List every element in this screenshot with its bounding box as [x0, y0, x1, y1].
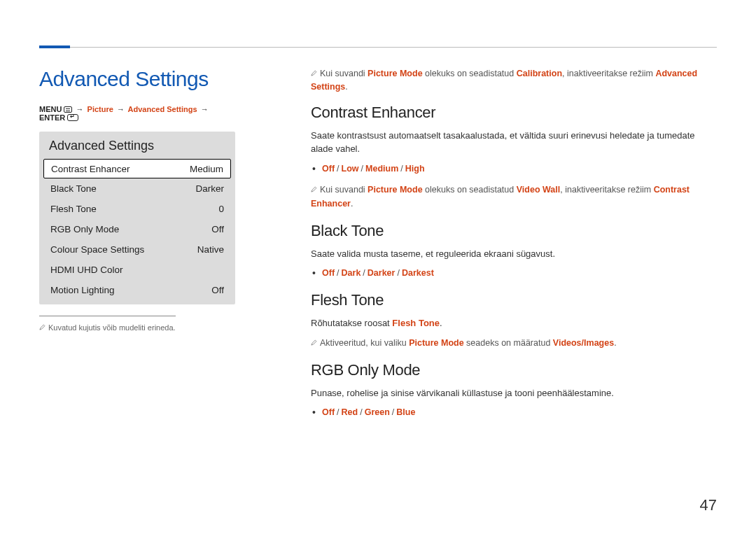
options-list: Off/Dark/Darker/Darkest: [311, 266, 717, 280]
row-label: Contrast Enhancer: [51, 164, 130, 174]
section-desc: Saate kontrastsust automaatselt tasakaal…: [311, 129, 717, 156]
options: Off/Low/Medium/High: [311, 162, 717, 176]
panel-row-flesh-tone[interactable]: Flesh Tone 0: [43, 199, 231, 219]
options-list: Off/Red/Green/Blue: [311, 405, 717, 419]
row-label: Flesh Tone: [50, 204, 97, 214]
footnote-rule: [39, 316, 176, 316]
section-desc: Rõhutatakse roosat Flesh Tone.: [311, 316, 717, 330]
pencil-icon: [311, 186, 317, 192]
panel-row-motion-lighting[interactable]: Motion Lighting Off: [43, 280, 231, 300]
panel-row-colour-space-settings[interactable]: Colour Space Settings Native: [43, 239, 231, 260]
row-value: Darker: [195, 183, 224, 194]
options: Off/Dark/Darker/Darkest: [311, 266, 717, 280]
pencil-icon: [39, 324, 46, 330]
row-label: Black Tone: [50, 183, 97, 194]
section-heading: Black Tone: [311, 222, 717, 240]
enter-label: ENTER: [39, 113, 65, 122]
breadcrumb: MENU → Picture → Advanced Settings → ENT…: [39, 105, 235, 122]
pencil-icon: [311, 339, 317, 346]
options-list: Off/Low/Medium/High: [311, 162, 717, 176]
section-black-tone: Black Tone Saate valida musta taseme, et…: [311, 222, 717, 281]
row-label: RGB Only Mode: [50, 224, 119, 234]
section-desc: Punase, rohelise ja sinise värvikanali k…: [311, 386, 717, 400]
menu-label: MENU: [39, 105, 62, 113]
pencil-icon: [311, 70, 317, 76]
arrow-icon: →: [75, 105, 85, 113]
row-label: Motion Lighting: [50, 285, 115, 295]
row-value: Medium: [190, 164, 223, 174]
panel-row-hdmi-uhd-color[interactable]: HDMI UHD Color: [43, 260, 231, 280]
row-value: Off: [211, 285, 224, 295]
settings-panel: Advanced Settings Contrast Enhancer Medi…: [39, 132, 235, 304]
section-heading: Flesh Tone: [311, 291, 717, 309]
breadcrumb-picture: Picture: [88, 105, 113, 113]
enter-icon: [67, 114, 78, 121]
panel-row-contrast-enhancer[interactable]: Contrast Enhancer Medium: [43, 159, 231, 178]
menu-icon: [64, 106, 72, 113]
page-title: Advanced Settings: [39, 67, 235, 91]
page-number: 47: [700, 496, 717, 514]
section-note: Aktiveeritud, kui valiku Picture Mode se…: [311, 336, 717, 350]
row-label: HDMI UHD Color: [50, 265, 123, 275]
section-heading: Contrast Enhancer: [311, 104, 717, 122]
section-desc: Saate valida musta taseme, et reguleerid…: [311, 247, 717, 261]
panel-row-black-tone[interactable]: Black Tone Darker: [43, 178, 231, 199]
horizontal-rule: [39, 47, 717, 48]
row-value: Native: [197, 244, 224, 255]
options: Off/Red/Green/Blue: [311, 405, 717, 419]
top-note: Kui suvandi Picture Mode olekuks on sead…: [311, 67, 717, 94]
section-flesh-tone: Flesh Tone Rõhutatakse roosat Flesh Tone…: [311, 291, 717, 350]
section-heading: RGB Only Mode: [311, 361, 717, 379]
row-label: Colour Space Settings: [50, 244, 144, 255]
accent-bar: [39, 45, 70, 48]
panel-row-rgb-only-mode[interactable]: RGB Only Mode Off: [43, 219, 231, 239]
row-value: Off: [211, 224, 224, 234]
panel-title: Advanced Settings: [43, 139, 231, 159]
footnote-text: Kuvatud kujutis võib mudeliti erineda.: [48, 323, 176, 332]
section-rgb-only-mode: RGB Only Mode Punase, rohelise ja sinise…: [311, 361, 717, 420]
section-note: Kui suvandi Picture Mode olekuks on sead…: [311, 183, 717, 211]
breadcrumb-advanced: Advanced Settings: [128, 105, 197, 113]
arrow-icon: →: [115, 105, 126, 113]
section-contrast-enhancer: Contrast Enhancer Saate kontrastsust aut…: [311, 104, 717, 211]
row-value: 0: [218, 204, 224, 214]
footnote: Kuvatud kujutis võib mudeliti erineda.: [39, 323, 235, 332]
arrow-icon: →: [200, 105, 210, 113]
